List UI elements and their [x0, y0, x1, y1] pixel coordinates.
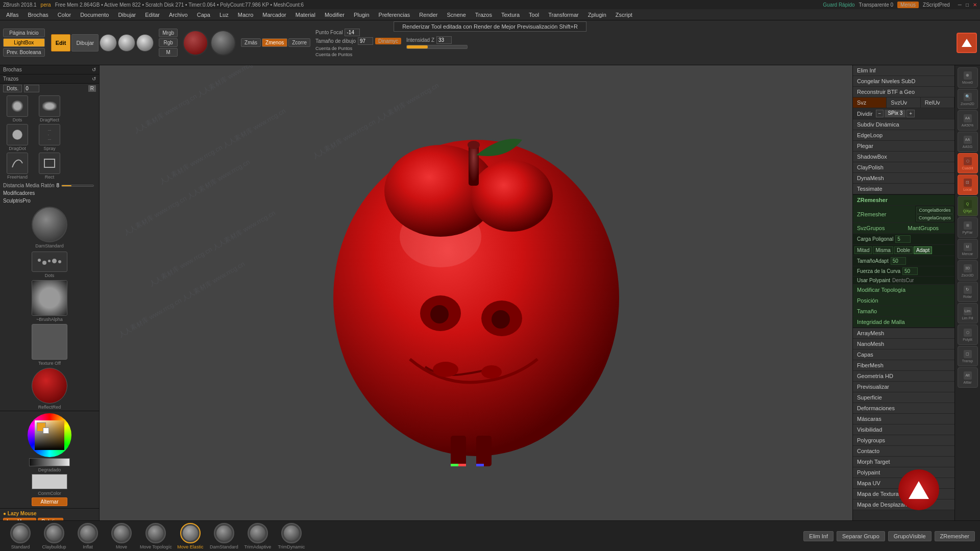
bottom-brush-claybuildup[interactable]: Claybuildup [39, 523, 69, 549]
brush-item-spray[interactable]: ······· Spray [34, 124, 65, 151]
lightbox-btn[interactable]: LightBox [3, 38, 45, 47]
relativo-btn[interactable]: Relativo [38, 518, 63, 520]
dots-value-input[interactable] [24, 85, 39, 92]
zmenos-btn[interactable]: Zmenos [262, 38, 287, 47]
adapt-btn[interactable]: Adapt [914, 246, 932, 254]
lim-fill-btn[interactable]: Lim Lim Fill [958, 303, 978, 323]
menu-plugin[interactable]: Plugin [350, 11, 374, 19]
menu-dibujar[interactable]: Dibujar [114, 11, 140, 19]
menu-render[interactable]: Render [415, 11, 442, 19]
menu-luz[interactable]: Luz [215, 11, 233, 19]
zremesher-bottom-btn[interactable]: ZRemesher [935, 531, 975, 541]
spix-plus-btn[interactable]: + [906, 110, 915, 117]
subdiv-dinamica-btn[interactable]: Subdiv Dinámica [853, 119, 954, 130]
separar-grupo-btn[interactable]: Separar Grupo [837, 531, 885, 541]
menu-textura[interactable]: Textura [497, 11, 524, 19]
distancia-slider[interactable] [61, 185, 94, 187]
aasg-btn[interactable]: AA AASG [958, 132, 978, 152]
zcorre-btn[interactable]: Zcorre [288, 38, 310, 47]
menu-zplugin[interactable]: Zplugin [584, 11, 610, 19]
contacto-btn[interactable]: Contacto [853, 446, 954, 457]
menu-archivo[interactable]: Archivo [165, 11, 192, 19]
brush-item-dragrect[interactable]: DragRect [34, 95, 65, 122]
aa50-btn[interactable]: AA AA50% [958, 110, 978, 131]
mercar-btn[interactable]: M Mercar [958, 239, 978, 259]
prev-booleana-btn[interactable]: Prev. Booleana [3, 48, 45, 57]
menu-transformar[interactable]: Transformar [544, 11, 583, 19]
elim-inf-bottom-btn[interactable]: Elim Inf [803, 531, 834, 541]
r-btn[interactable]: R [88, 85, 96, 92]
pagina-inicio-btn[interactable]: Página Inicio [3, 29, 45, 37]
menus-btn[interactable]: Menús [897, 2, 919, 8]
cuadril-btn[interactable]: ⬡ Cuadril [958, 153, 978, 173]
lazymouse-btn[interactable]: LazyMouse [3, 518, 36, 520]
maximize-icon[interactable]: □ [966, 2, 969, 8]
congelar-niveles-btn[interactable]: Congelar Niveles SubD [853, 76, 954, 87]
brush-item-freehand[interactable]: FreeHand [2, 153, 33, 180]
menu-documento[interactable]: Documento [76, 11, 113, 19]
deformaciones-btn[interactable]: Deformaciones [853, 403, 954, 414]
svz-btn[interactable]: Svz [853, 97, 887, 108]
trazos-refresh-icon[interactable]: ↺ [92, 76, 96, 82]
bottom-brush-damstandard[interactable]: DamStandard [209, 523, 239, 549]
zmas-btn[interactable]: Zmás [241, 38, 261, 47]
reconstruir-btn[interactable]: Reconstruir BTF a Geo [853, 87, 954, 97]
alternar-btn[interactable]: Alternar [32, 497, 67, 506]
menu-trazos[interactable]: Trazos [471, 11, 496, 19]
dots-btn[interactable]: Dots. [3, 85, 22, 92]
brush-alpha-preview[interactable] [32, 280, 67, 316]
mant-grupos-btn[interactable]: MantGrupos [904, 223, 955, 233]
bottom-brush-move[interactable]: Move [106, 523, 137, 549]
texture-off-preview[interactable] [32, 324, 67, 360]
capas-btn[interactable]: Capas [853, 349, 954, 360]
menu-scnene[interactable]: Scnene [443, 11, 470, 19]
modificadores-btn[interactable]: Modificadores [0, 189, 99, 197]
spix-minus-btn[interactable]: − [876, 110, 884, 117]
morph-target-btn[interactable]: Morph Target [853, 457, 954, 467]
grupo-visible-btn[interactable]: GrupoVisible [888, 531, 932, 541]
bottom-brush-trimdynamic[interactable]: TrimDynamic [276, 523, 307, 549]
visibilidad-btn[interactable]: Visibilidad [853, 424, 954, 435]
move0-btn[interactable]: ⊕ Move0 [958, 67, 978, 88]
transp-btn[interactable]: ◻ Transp [958, 346, 978, 366]
rotar-btn[interactable]: ↻ Rotar [958, 282, 978, 302]
elim-inf-btn[interactable]: Elim Inf [853, 65, 954, 76]
fuerza-curva-input[interactable] [902, 267, 918, 275]
altlar-btn[interactable]: Alt Altlar [958, 367, 978, 388]
material-sphere-1[interactable] [183, 30, 208, 56]
svz-grupos-btn[interactable]: SvzGrupos [853, 223, 904, 233]
brush-item-dragdot[interactable]: DragDot [2, 124, 33, 151]
connmcolor-swatch[interactable] [32, 474, 67, 489]
menu-color[interactable]: Color [54, 11, 75, 19]
rgb-btn[interactable]: Rgb [159, 38, 178, 47]
menu-capa[interactable]: Capa [193, 11, 214, 19]
menu-tool[interactable]: Tool [525, 11, 543, 19]
menu-macro[interactable]: Macro [234, 11, 258, 19]
brush-item-dots-large[interactable]: Dots [2, 95, 33, 122]
menu-material[interactable]: Material [291, 11, 320, 19]
doble-btn[interactable]: Doble [894, 246, 913, 254]
polygroups-btn[interactable]: Polygroups [853, 435, 954, 446]
bottom-brush-move-topologic[interactable]: Move Topologíc [140, 523, 172, 549]
fibermesh-btn[interactable]: FiberMesh [853, 360, 954, 371]
zoom2d-btn[interactable]: 🔍 Zoom2D [958, 89, 978, 109]
nanomesh-btn[interactable]: NanoMesh [853, 339, 954, 349]
tessimate-btn[interactable]: Tessimate [853, 184, 954, 194]
bottom-brush-standard[interactable]: Standard [5, 523, 36, 549]
bottom-brush-move-elastic[interactable]: Move Elastic [175, 523, 206, 549]
posicion-btn[interactable]: Posición [853, 295, 954, 306]
menu-preferencias[interactable]: Preferencias [375, 11, 414, 19]
reluv-btn[interactable]: RelUv [921, 97, 954, 108]
damstandard-preview[interactable] [32, 207, 67, 242]
misma-btn[interactable]: Misma [873, 246, 893, 254]
intensidad-slider[interactable] [406, 45, 468, 49]
dibujar-btn[interactable]: Dibujar [71, 34, 99, 52]
superficie-btn[interactable]: Superficie [853, 392, 954, 403]
congela-bordes-btn[interactable]: CongelaBordes [916, 207, 953, 214]
previsualizar-btn[interactable]: Previsualizar [853, 382, 954, 392]
pyflar-btn[interactable]: ⊞ PyFlar [958, 217, 978, 238]
rorar-icon[interactable] [136, 34, 154, 52]
mitad-btn[interactable]: Mitad [854, 246, 872, 254]
congela-grupos-btn[interactable]: CongelaGrupos [916, 214, 953, 221]
edit-btn[interactable]: Edit [51, 34, 71, 52]
